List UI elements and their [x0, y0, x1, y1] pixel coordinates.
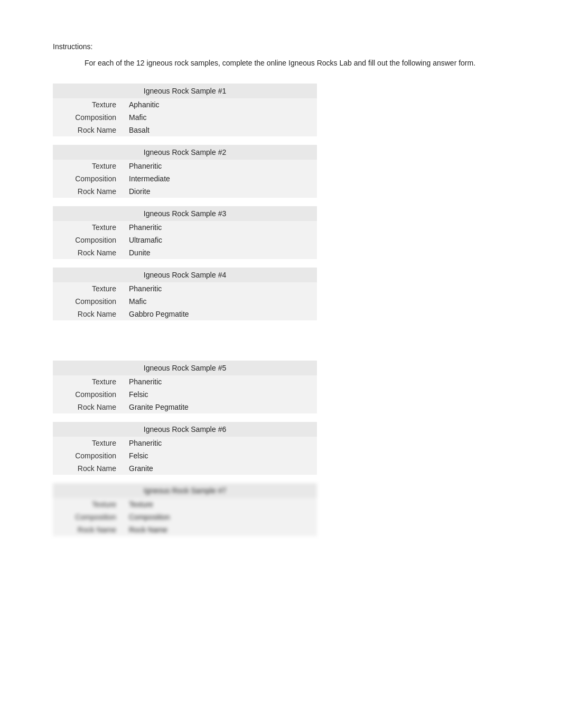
sample-3-rockname-row: Rock Name Dunite — [53, 246, 317, 259]
sample-7-table: Igneous Rock Sample #7 Texture Texture C… — [53, 483, 317, 536]
sample-3-texture-row: Texture Phaneritic — [53, 221, 317, 234]
sample-6-table: Igneous Rock Sample #6 Texture Phaneriti… — [53, 422, 317, 475]
texture-label-2: Texture — [53, 160, 121, 172]
sample-4-texture: Phaneritic — [121, 282, 317, 295]
sample-1-table: Igneous Rock Sample #1 Texture Aphanitic… — [53, 84, 317, 136]
composition-label-7: Composition — [53, 511, 121, 523]
sample-3-title: Igneous Rock Sample #3 — [53, 206, 317, 221]
section-gap — [53, 329, 508, 361]
sample-5-table: Igneous Rock Sample #5 Texture Phaneriti… — [53, 361, 317, 413]
sample-6-title: Igneous Rock Sample #6 — [53, 422, 317, 437]
sample-5-texture: Phaneritic — [121, 375, 317, 388]
sample-2-header: Igneous Rock Sample #2 — [53, 145, 317, 160]
sample-5-title: Igneous Rock Sample #5 — [53, 361, 317, 375]
sample-5-composition: Felsic — [121, 388, 317, 401]
sample-1-composition-row: Composition Mafic — [53, 111, 317, 124]
sample-7-texture-row: Texture Texture — [53, 498, 317, 511]
sample-7-rockname-row: Rock Name Rock Name — [53, 523, 317, 536]
composition-label-5: Composition — [53, 388, 121, 401]
rockname-label-7: Rock Name — [53, 523, 121, 536]
sample-6-rockname: Granite — [121, 462, 317, 475]
sample-2-composition: Intermediate — [121, 172, 317, 185]
sample-6-rockname-row: Rock Name Granite — [53, 462, 317, 475]
sample-1-texture: Aphanitic — [121, 98, 317, 111]
sample-2-rockname-row: Rock Name Diorite — [53, 185, 317, 198]
rockname-label-5: Rock Name — [53, 401, 121, 413]
composition-label-6: Composition — [53, 449, 121, 462]
sample-1-rockname: Basalt — [121, 124, 317, 136]
texture-label-4: Texture — [53, 282, 121, 295]
sample-3-rockname: Dunite — [121, 246, 317, 259]
composition-label-3: Composition — [53, 234, 121, 246]
sample-3-composition-row: Composition Ultramafic — [53, 234, 317, 246]
composition-label: Composition — [53, 111, 121, 124]
sample-5-texture-row: Texture Phaneritic — [53, 375, 317, 388]
sample-2-rockname: Diorite — [121, 185, 317, 198]
sample-4-composition: Mafic — [121, 295, 317, 308]
rockname-label: Rock Name — [53, 124, 121, 136]
sample-1-texture-row: Texture Aphanitic — [53, 98, 317, 111]
texture-label-5: Texture — [53, 375, 121, 388]
texture-label: Texture — [53, 98, 121, 111]
sample-3-composition: Ultramafic — [121, 234, 317, 246]
texture-label-6: Texture — [53, 437, 121, 449]
sample-4-title: Igneous Rock Sample #4 — [53, 268, 317, 282]
sample-7-texture: Texture — [121, 498, 317, 511]
sample-4-header: Igneous Rock Sample #4 — [53, 268, 317, 282]
sample-2-texture-row: Texture Phaneritic — [53, 160, 317, 172]
sample-1-composition: Mafic — [121, 111, 317, 124]
sample-6-composition: Felsic — [121, 449, 317, 462]
sample-5-rockname-row: Rock Name Granite Pegmatite — [53, 401, 317, 413]
rockname-label-3: Rock Name — [53, 246, 121, 259]
composition-label-2: Composition — [53, 172, 121, 185]
samples-group-2: Igneous Rock Sample #5 Texture Phaneriti… — [53, 361, 508, 536]
sample-4-rockname: Gabbro Pegmatite — [121, 308, 317, 320]
sample-2-title: Igneous Rock Sample #2 — [53, 145, 317, 160]
instructions-text: For each of the 12 igneous rock samples,… — [85, 57, 508, 69]
sample-4-texture-row: Texture Phaneritic — [53, 282, 317, 295]
sample-1-rockname-row: Rock Name Basalt — [53, 124, 317, 136]
sample-6-texture: Phaneritic — [121, 437, 317, 449]
sample-5-composition-row: Composition Felsic — [53, 388, 317, 401]
sample-3-texture: Phaneritic — [121, 221, 317, 234]
composition-label-4: Composition — [53, 295, 121, 308]
sample-6-composition-row: Composition Felsic — [53, 449, 317, 462]
sample-7-composition-row: Composition Composition — [53, 511, 317, 523]
sample-7-header: Igneous Rock Sample #7 — [53, 483, 317, 498]
sample-7-composition: Composition — [121, 511, 317, 523]
sample-1-title: Igneous Rock Sample #1 — [53, 84, 317, 98]
sample-2-composition-row: Composition Intermediate — [53, 172, 317, 185]
sample-6-texture-row: Texture Phaneritic — [53, 437, 317, 449]
sample-2-table: Igneous Rock Sample #2 Texture Phaneriti… — [53, 145, 317, 198]
sample-7-rockname: Rock Name — [121, 523, 317, 536]
rockname-label-4: Rock Name — [53, 308, 121, 320]
sample-3-table: Igneous Rock Sample #3 Texture Phaneriti… — [53, 206, 317, 259]
sample-4-table: Igneous Rock Sample #4 Texture Phaneriti… — [53, 268, 317, 320]
sample-5-rockname: Granite Pegmatite — [121, 401, 317, 413]
samples-group-1: Igneous Rock Sample #1 Texture Aphanitic… — [53, 84, 508, 320]
sample-4-rockname-row: Rock Name Gabbro Pegmatite — [53, 308, 317, 320]
instructions-label: Instructions: — [53, 42, 508, 51]
sample-5-header: Igneous Rock Sample #5 — [53, 361, 317, 375]
sample-7-title: Igneous Rock Sample #7 — [53, 483, 317, 498]
sample-2-texture: Phaneritic — [121, 160, 317, 172]
sample-1-header: Igneous Rock Sample #1 — [53, 84, 317, 98]
texture-label-7: Texture — [53, 498, 121, 511]
rockname-label-6: Rock Name — [53, 462, 121, 475]
sample-6-header: Igneous Rock Sample #6 — [53, 422, 317, 437]
sample-4-composition-row: Composition Mafic — [53, 295, 317, 308]
texture-label-3: Texture — [53, 221, 121, 234]
rockname-label-2: Rock Name — [53, 185, 121, 198]
sample-3-header: Igneous Rock Sample #3 — [53, 206, 317, 221]
